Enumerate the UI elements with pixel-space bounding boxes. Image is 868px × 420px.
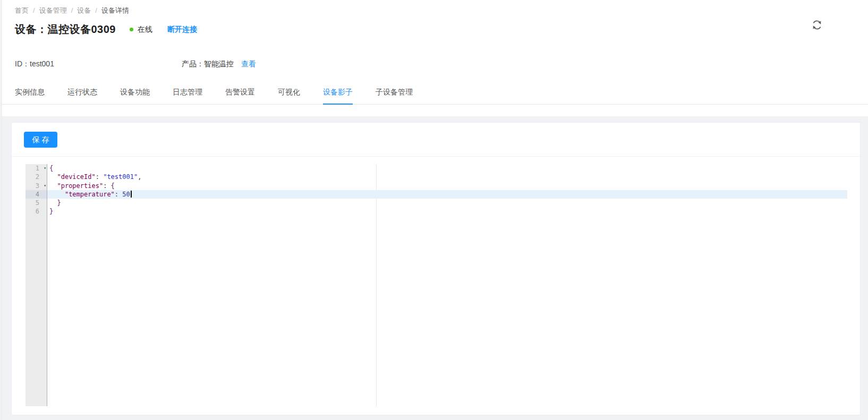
tab-1[interactable]: 实例信息	[15, 88, 45, 104]
code-token: "test001"	[103, 173, 138, 181]
product-label: 产品：	[182, 59, 204, 68]
gutter-line-2[interactable]: 2	[25, 173, 47, 181]
content-area: 保 存 1▾23▾456 { "deviceId": "test001", "p…	[0, 116, 868, 415]
code-line-5[interactable]: }	[47, 199, 847, 207]
code-token	[49, 191, 65, 198]
code-line-2[interactable]: "deviceId": "test001",	[47, 173, 847, 181]
code-token: "deviceId"	[57, 173, 95, 181]
fold-toggle-icon[interactable]: ▾	[44, 165, 46, 172]
tab-8[interactable]: 子设备管理	[376, 88, 413, 104]
tab-6[interactable]: 可视化	[278, 88, 300, 104]
card-toolbar: 保 存	[12, 123, 860, 157]
tab-7[interactable]: 设备影子	[323, 88, 353, 104]
code-token: :	[115, 191, 122, 198]
code-line-3[interactable]: "properties": {	[47, 182, 847, 190]
device-id-value: test001	[30, 59, 54, 68]
code-token: :	[96, 173, 103, 181]
save-button[interactable]: 保 存	[24, 132, 57, 148]
page-header: 首页/设备管理/设备/设备详情 设备：温控设备0309 在线 断开连接 ID：t…	[0, 0, 868, 116]
breadcrumb-item-1[interactable]: 首页	[15, 6, 29, 14]
gutter-line-5[interactable]: 5	[25, 199, 47, 207]
status-badge: 在线	[130, 25, 152, 35]
tab-5[interactable]: 告警设置	[225, 88, 255, 104]
gutter-line-4[interactable]: 4	[25, 190, 47, 199]
product-value: 智能温控	[204, 59, 234, 68]
disconnect-link[interactable]: 断开连接	[167, 25, 197, 35]
code-token: 50	[122, 191, 130, 198]
editor-gutter: 1▾23▾456	[25, 164, 47, 406]
refresh-icon[interactable]	[812, 20, 822, 30]
device-info-row: ID：test001 产品：智能温控 查看	[0, 59, 868, 69]
editor-code-area[interactable]: { "deviceId": "test001", "properties": {…	[47, 164, 847, 406]
tab-2[interactable]: 运行状态	[67, 88, 97, 104]
tab-bar: 实例信息运行状态设备功能日志管理告警设置可视化设备影子子设备管理	[0, 88, 868, 105]
json-code-editor[interactable]: 1▾23▾456 { "deviceId": "test001", "prope…	[25, 164, 847, 406]
code-line-6[interactable]: }	[47, 207, 847, 216]
code-line-4[interactable]: "temperature": 50	[47, 190, 847, 199]
code-token: {	[49, 165, 53, 172]
product-view-link[interactable]: 查看	[241, 59, 256, 69]
title-row: 设备：温控设备0309 在线 断开连接	[15, 22, 868, 37]
card-body: 1▾23▾456 { "deviceId": "test001", "prope…	[12, 157, 860, 415]
code-token: ,	[138, 173, 141, 181]
code-token	[49, 173, 57, 181]
device-id: ID：test001	[15, 59, 182, 69]
code-token	[49, 182, 57, 190]
code-token: :	[103, 182, 110, 190]
gutter-line-6[interactable]: 6	[25, 207, 47, 216]
status-text: 在线	[138, 25, 152, 35]
breadcrumb-item-4: 设备详情	[101, 6, 129, 14]
fold-toggle-icon[interactable]: ▾	[44, 182, 46, 190]
breadcrumb-separator: /	[95, 6, 97, 14]
text-cursor	[131, 191, 132, 198]
breadcrumb-item-2[interactable]: 设备管理	[39, 6, 67, 14]
device-shadow-card: 保 存 1▾23▾456 { "deviceId": "test001", "p…	[11, 122, 861, 415]
gutter-line-3[interactable]: 3▾	[25, 182, 47, 190]
code-token: "temperature"	[65, 191, 115, 198]
breadcrumb: 首页/设备管理/设备/设备详情	[0, 0, 868, 15]
code-token: }	[57, 199, 61, 207]
breadcrumb-separator: /	[33, 6, 35, 14]
code-token: }	[49, 208, 53, 215]
tab-4[interactable]: 日志管理	[173, 88, 202, 104]
breadcrumb-item-3[interactable]: 设备	[77, 6, 91, 14]
online-dot-icon	[130, 28, 133, 31]
code-line-1[interactable]: {	[47, 164, 847, 173]
code-token	[49, 199, 57, 207]
collapsed-side-strip	[0, 0, 2, 420]
device-id-label: ID：	[15, 59, 30, 68]
code-token: "properties"	[57, 182, 103, 190]
product-info: 产品：智能温控	[182, 59, 234, 69]
breadcrumb-separator: /	[71, 6, 73, 14]
page-title: 设备：温控设备0309	[15, 22, 116, 37]
tab-3[interactable]: 设备功能	[120, 88, 150, 104]
gutter-line-1[interactable]: 1▾	[25, 164, 47, 173]
code-token: {	[111, 182, 115, 190]
